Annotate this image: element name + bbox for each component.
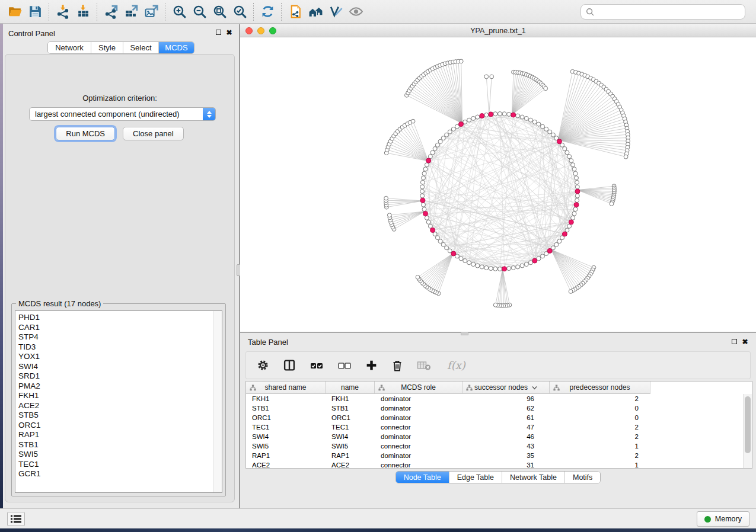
mcds-result-item[interactable]: STB1 [15,440,212,450]
new-network-file-button[interactable] [285,2,305,21]
cell-mcds-role: dominator [375,433,462,440]
select-all-button[interactable] [310,360,324,371]
column-type-icon [553,384,560,391]
zoom-selected-icon [232,4,247,19]
cell-predecessor-nodes: 0 [550,405,650,412]
mcds-result-item[interactable]: STP4 [15,332,212,342]
run-mcds-button[interactable]: Run MCDS [56,127,115,140]
mcds-result-item[interactable]: FKH1 [15,391,212,401]
mcds-result-item[interactable]: ORC1 [15,421,212,431]
table-scrollbar[interactable] [743,394,752,468]
hide-panel-button[interactable] [346,2,366,21]
cell-name: ORC1 [326,414,375,421]
add-column-button[interactable] [365,359,378,371]
tab-mcds[interactable]: MCDS [159,42,194,53]
mcds-result-item[interactable]: PMA2 [15,382,212,392]
tab-network[interactable]: Network [48,42,91,53]
table-row[interactable]: TEC1TEC1connector472 [246,422,743,432]
table-row[interactable]: ORC1ORC1dominator610 [246,413,743,422]
deselect-all-button[interactable] [337,360,352,371]
float-panel-icon[interactable] [215,29,222,37]
memory-button[interactable]: Memory [697,511,749,527]
column-header-predecessor-nodes[interactable]: predecessor nodes [550,382,650,394]
delete-column-button[interactable] [391,359,403,372]
zoom-fit-button[interactable] [209,2,229,21]
network-home-button[interactable] [305,2,326,21]
tab-style[interactable]: Style [91,42,123,53]
mcds-result-item[interactable]: RAP1 [15,430,212,440]
open-session-button[interactable] [5,2,25,21]
import-table-button[interactable] [73,2,93,21]
export-network-button[interactable] [101,2,121,21]
mcds-result-item[interactable]: SRD1 [15,371,212,382]
mcds-result-item[interactable]: PHD1 [15,313,212,323]
column-header-shared-name[interactable]: shared name [246,382,326,394]
zoom-selected-button[interactable] [229,2,250,21]
toolbar-separator [281,3,282,21]
search-input[interactable] [595,8,740,17]
cell-successor-nodes: 96 [462,395,550,402]
import-network-button[interactable] [53,2,73,21]
criterion-select[interactable]: largest connected component (undirected) [29,107,216,121]
refresh-icon [260,4,275,19]
tab-network-table[interactable]: Network Table [502,472,565,483]
column-header-mcds-role[interactable]: MCDS role [375,382,462,394]
deselect-all-icon [337,360,352,371]
style-mapper-button[interactable] [326,2,346,21]
save-session-button[interactable] [25,2,45,21]
export-image-button[interactable] [141,2,161,21]
table-scrollbar-thumb[interactable] [745,396,751,453]
tab-node-table[interactable]: Node Table [396,472,449,483]
zoom-fit-icon [212,4,227,19]
table-panel-grip[interactable] [461,332,468,335]
tab-motifs[interactable]: Motifs [565,472,600,483]
result-list-scrollbar[interactable] [213,311,222,492]
table-settings-button[interactable] [257,359,269,371]
mcds-result-item[interactable]: GCR1 [15,469,212,479]
tab-edge-table[interactable]: Edge Table [449,472,502,483]
delete-table-icon [417,360,432,371]
mcds-result-item[interactable]: TEC1 [15,460,212,470]
mcds-result-item[interactable]: STB5 [15,411,212,421]
search-box[interactable] [580,4,745,20]
mcds-result-item[interactable]: ACE2 [15,401,212,411]
float-table-panel-icon[interactable] [731,338,738,346]
columns-icon [283,359,296,371]
table-row[interactable]: SWI5SWI5connector431 [246,441,743,451]
close-panel-button[interactable]: Close panel [123,127,184,140]
table-row[interactable]: ACE2ACE2connector311 [246,460,743,468]
cell-predecessor-nodes: 2 [550,424,650,431]
mcds-result-item[interactable]: CAR1 [15,323,212,333]
task-history-button[interactable] [7,512,25,526]
column-type-icon [466,384,473,391]
cell-shared-name: SWI4 [246,433,326,440]
mcds-result-title: MCDS result (17 nodes) [16,299,103,308]
close-table-panel-icon[interactable]: ✖ [741,338,749,346]
zoom-out-button[interactable] [189,2,209,21]
function-builder-button[interactable]: f(x) [446,358,467,373]
table-row[interactable]: STB1STB1dominator620 [246,403,743,413]
table-row[interactable]: RAP1RAP1dominator352 [246,451,743,460]
column-header-successor-nodes[interactable]: successor nodes [462,382,550,394]
mcds-result-item[interactable]: YOX1 [15,352,212,362]
refresh-button[interactable] [257,2,277,21]
table-row[interactable]: FKH1FKH1dominator962 [246,394,743,403]
tab-select[interactable]: Select [123,42,159,53]
table-row[interactable]: SWI4SWI4dominator462 [246,432,743,441]
cell-shared-name: RAP1 [246,452,326,459]
zoom-in-icon [172,4,187,19]
mcds-result-item[interactable]: TID3 [15,342,212,352]
mcds-result-item[interactable]: SWI5 [15,450,212,460]
cell-shared-name: STB1 [246,405,326,412]
import-table-icon [76,4,91,19]
zoom-in-button[interactable] [169,2,189,21]
column-header-name[interactable]: name [326,382,375,394]
cell-successor-nodes: 62 [462,405,550,412]
close-panel-icon[interactable]: ✖ [225,29,233,37]
show-columns-button[interactable] [283,359,296,371]
network-canvas[interactable] [240,37,756,332]
export-table-button[interactable] [121,2,141,21]
delete-table-button[interactable] [417,360,432,371]
mcds-result-item[interactable]: SWI4 [15,362,212,372]
cell-predecessor-nodes: 2 [550,452,650,459]
